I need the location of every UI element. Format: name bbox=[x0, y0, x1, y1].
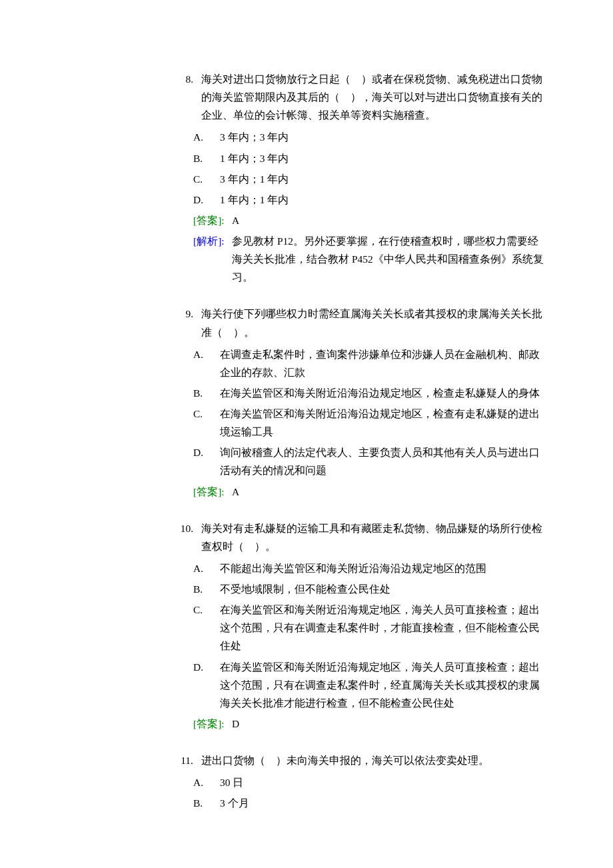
question-header: 8. 海关对进出口货物放行之日起（ ）或者在保税货物、减免税进出口货物的海关监管… bbox=[167, 70, 546, 124]
answer-label: [答案]: bbox=[193, 211, 232, 229]
option-c: C. 3 年内；1 年内 bbox=[167, 170, 546, 188]
explanation-row: [解析]: 参见教材 P12。另外还要掌握，在行使稽查权时，哪些权力需要经海关关… bbox=[167, 232, 546, 286]
option-a: A. 30 日 bbox=[167, 773, 546, 791]
answer-label: [答案]: bbox=[193, 715, 232, 733]
option-a: A. 3 年内；3 年内 bbox=[167, 128, 546, 146]
option-letter: B. bbox=[193, 149, 220, 167]
option-letter: D. bbox=[193, 658, 220, 676]
answer-label: [答案]: bbox=[193, 483, 232, 501]
option-d: D. 1 年内；1 年内 bbox=[167, 191, 546, 209]
option-text: 在海关监管区和海关附近沿海沿边规定地区，检查有走私嫌疑的进出境运输工具 bbox=[220, 405, 546, 441]
question-number: 10. bbox=[167, 519, 201, 537]
option-d: D. 询问被稽查人的法定代表人、主要负责人员和其他有关人员与进出口活动有关的情况… bbox=[167, 443, 546, 479]
question-stem: 海关行使下列哪些权力时需经直属海关关长或者其授权的隶属海关关长批准（ ）。 bbox=[201, 305, 546, 341]
question-header: 11. 进出口货物（ ）未向海关申报的，海关可以依法变卖处理。 bbox=[167, 751, 546, 769]
option-b: B. 不受地域限制，但不能检查公民住处 bbox=[167, 580, 546, 598]
question-stem: 进出口货物（ ）未向海关申报的，海关可以依法变卖处理。 bbox=[201, 751, 546, 769]
question-number: 8. bbox=[167, 70, 201, 88]
option-letter: A. bbox=[193, 345, 220, 363]
question-11: 11. 进出口货物（ ）未向海关申报的，海关可以依法变卖处理。 A. 30 日 … bbox=[167, 751, 546, 812]
question-number: 11. bbox=[167, 751, 201, 769]
option-letter: A. bbox=[193, 559, 220, 577]
explanation-label: [解析]: bbox=[193, 232, 232, 250]
option-a: A. 在调查走私案件时，查询案件涉嫌单位和涉嫌人员在金融机构、邮政企业的存款、汇… bbox=[167, 345, 546, 381]
option-letter: B. bbox=[193, 580, 220, 598]
option-letter: A. bbox=[193, 128, 220, 146]
option-letter: D. bbox=[193, 191, 220, 209]
question-number: 9. bbox=[167, 305, 201, 323]
option-text: 在海关监管区和海关附近沿海规定地区，海关人员可直接检查；超出这个范围，只有在调查… bbox=[220, 601, 546, 655]
option-b: B. 在海关监管区和海关附近沿海沿边规定地区，检查走私嫌疑人的身体 bbox=[167, 384, 546, 402]
option-text: 在海关监管区和海关附近沿海沿边规定地区，检查走私嫌疑人的身体 bbox=[220, 384, 546, 402]
option-text: 在海关监管区和海关附近沿海规定地区，海关人员可直接检查；超出这个范围，只有在调查… bbox=[220, 658, 546, 712]
option-letter: B. bbox=[193, 794, 220, 812]
explanation-text: 参见教材 P12。另外还要掌握，在行使稽查权时，哪些权力需要经海关关长批准，结合… bbox=[232, 232, 546, 286]
option-letter: D. bbox=[193, 443, 220, 461]
option-letter: B. bbox=[193, 384, 220, 402]
option-b: B. 3 个月 bbox=[167, 794, 546, 812]
options-list: A. 在调查走私案件时，查询案件涉嫌单位和涉嫌人员在金融机构、邮政企业的存款、汇… bbox=[167, 345, 546, 480]
answer-value: A bbox=[232, 483, 546, 501]
question-stem: 海关对进出口货物放行之日起（ ）或者在保税货物、减免税进出口货物的海关监管期限内… bbox=[201, 70, 546, 124]
question-8: 8. 海关对进出口货物放行之日起（ ）或者在保税货物、减免税进出口货物的海关监管… bbox=[167, 70, 546, 286]
option-c: C. 在海关监管区和海关附近沿海规定地区，海关人员可直接检查；超出这个范围，只有… bbox=[167, 601, 546, 655]
options-list: A. 不能超出海关监管区和海关附近沿海沿边规定地区的范围 B. 不受地域限制，但… bbox=[167, 559, 546, 712]
answer-value: A bbox=[232, 211, 546, 229]
question-header: 9. 海关行使下列哪些权力时需经直属海关关长或者其授权的隶属海关关长批准（ ）。 bbox=[167, 305, 546, 341]
options-list: A. 3 年内；3 年内 B. 1 年内；3 年内 C. 3 年内；1 年内 D… bbox=[167, 128, 546, 209]
option-text: 3 个月 bbox=[220, 794, 546, 812]
option-a: A. 不能超出海关监管区和海关附近沿海沿边规定地区的范围 bbox=[167, 559, 546, 577]
option-b: B. 1 年内；3 年内 bbox=[167, 149, 546, 167]
document-page: 8. 海关对进出口货物放行之日起（ ）或者在保税货物、减免税进出口货物的海关监管… bbox=[0, 0, 613, 868]
question-stem: 海关对有走私嫌疑的运输工具和有藏匿走私货物、物品嫌疑的场所行使检查权时（ ）。 bbox=[201, 519, 546, 555]
options-list: A. 30 日 B. 3 个月 bbox=[167, 773, 546, 812]
option-text: 询问被稽查人的法定代表人、主要负责人员和其他有关人员与进出口活动有关的情况和问题 bbox=[220, 443, 546, 479]
option-c: C. 在海关监管区和海关附近沿海沿边规定地区，检查有走私嫌疑的进出境运输工具 bbox=[167, 405, 546, 441]
answer-row: [答案]: A bbox=[167, 211, 546, 229]
option-text: 不能超出海关监管区和海关附近沿海沿边规定地区的范围 bbox=[220, 559, 546, 577]
option-text: 在调查走私案件时，查询案件涉嫌单位和涉嫌人员在金融机构、邮政企业的存款、汇款 bbox=[220, 345, 546, 381]
option-text: 不受地域限制，但不能检查公民住处 bbox=[220, 580, 546, 598]
option-text: 3 年内；1 年内 bbox=[220, 170, 546, 188]
option-letter: C. bbox=[193, 170, 220, 188]
option-letter: C. bbox=[193, 405, 220, 423]
option-text: 3 年内；3 年内 bbox=[220, 128, 546, 146]
answer-value: D bbox=[232, 715, 546, 733]
answer-row: [答案]: A bbox=[167, 483, 546, 501]
question-10: 10. 海关对有走私嫌疑的运输工具和有藏匿走私货物、物品嫌疑的场所行使检查权时（… bbox=[167, 519, 546, 733]
question-9: 9. 海关行使下列哪些权力时需经直属海关关长或者其授权的隶属海关关长批准（ ）。… bbox=[167, 305, 546, 500]
option-letter: C. bbox=[193, 601, 220, 619]
option-text: 30 日 bbox=[220, 773, 546, 791]
option-letter: A. bbox=[193, 773, 220, 791]
question-header: 10. 海关对有走私嫌疑的运输工具和有藏匿走私货物、物品嫌疑的场所行使检查权时（… bbox=[167, 519, 546, 555]
option-text: 1 年内；3 年内 bbox=[220, 149, 546, 167]
option-d: D. 在海关监管区和海关附近沿海规定地区，海关人员可直接检查；超出这个范围，只有… bbox=[167, 658, 546, 712]
option-text: 1 年内；1 年内 bbox=[220, 191, 546, 209]
answer-row: [答案]: D bbox=[167, 715, 546, 733]
